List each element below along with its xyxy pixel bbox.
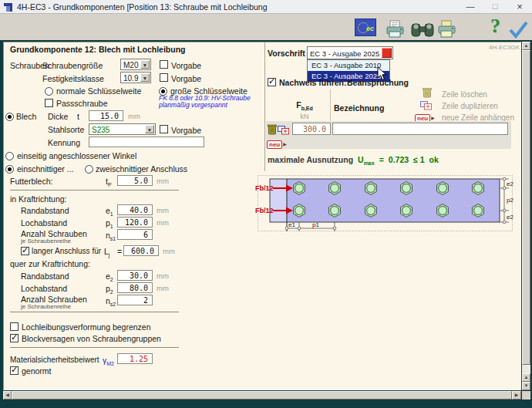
toolbar: ec ? bbox=[0, 14, 532, 40]
rand1-label: Randabstand bbox=[21, 206, 69, 215]
stahl-combobox[interactable]: S235 ▼ bbox=[89, 123, 156, 135]
dim-p1: p1 bbox=[312, 221, 319, 228]
passschraube-checkbox[interactable] bbox=[45, 99, 53, 107]
genormt-label: genormt bbox=[22, 366, 52, 376]
material-label: Materialsicherheitsbeiwert bbox=[10, 356, 99, 364]
horizontal-scroll-thumb[interactable] bbox=[12, 391, 512, 400]
stahl-vorgabe-label: Vorgabe bbox=[171, 126, 201, 135]
zweischnittig-radio[interactable] bbox=[85, 165, 93, 174]
lj-symbol: Lj bbox=[104, 247, 109, 256]
gamma-input[interactable]: 1.25 bbox=[117, 353, 153, 364]
e1-input[interactable]: 40.0 bbox=[117, 204, 153, 215]
nachweis-value: Beanspruchung bbox=[347, 78, 409, 87]
chevron-down-icon[interactable]: ▼ bbox=[140, 73, 150, 82]
scroll-up-button-2[interactable]: ▲ bbox=[522, 373, 530, 382]
eurocode-icon[interactable]: ec bbox=[355, 19, 376, 36]
duplicate-row-button[interactable] bbox=[278, 126, 290, 135]
ns1-input[interactable]: 6 bbox=[117, 229, 153, 240]
u-limit: ≤ 1 bbox=[413, 155, 425, 164]
vorschrift-label: Vorschrift bbox=[268, 49, 305, 58]
p2-input[interactable]: 80.0 bbox=[117, 282, 153, 293]
dicke-unit: mm bbox=[128, 112, 140, 120]
sw-normal-label: normale Schlüsselweite bbox=[56, 86, 141, 96]
delete-row-button[interactable] bbox=[268, 123, 277, 135]
window-title: 4H-EC3 - Grundkomponenten [Position 13: … bbox=[17, 2, 268, 12]
klasse-vorgabe-checkbox[interactable] bbox=[160, 73, 168, 82]
app-window: 4H-EC3 - Grundkomponenten [Position 13: … bbox=[0, 0, 532, 408]
sw-normal-radio[interactable] bbox=[45, 87, 53, 96]
force-label-bottom: Fb/12 bbox=[255, 207, 274, 214]
einschnittig-label: einschnittiger ... bbox=[17, 164, 74, 174]
scroll-up-button[interactable]: ▲ bbox=[522, 42, 530, 50]
dicke-input[interactable]: 15.0 bbox=[89, 110, 123, 121]
search-binoculars-icon[interactable] bbox=[411, 21, 434, 38]
title-bar: 4H-EC3 - Grundkomponenten [Position 13: … bbox=[0, 0, 532, 14]
scroll-left-button[interactable]: ◀ bbox=[3, 391, 12, 400]
groesse-value: M20 bbox=[123, 61, 138, 69]
bolt-diagram: Fb/12 Fb/12 e2 p2 e2 e1 p1 bbox=[254, 170, 517, 234]
vorschrift-combobox[interactable]: EC 3 - Ausgabe 2025 bbox=[307, 46, 393, 59]
u-ok: ok bbox=[429, 155, 439, 164]
scroll-right-button[interactable]: ▶ bbox=[512, 391, 521, 400]
kennung-input[interactable] bbox=[89, 137, 204, 147]
e2-input[interactable]: 30.0 bbox=[117, 270, 153, 281]
radio-dot bbox=[8, 115, 12, 119]
p1-input[interactable]: 120.0 bbox=[117, 217, 153, 228]
nachweis-checkbox[interactable]: ✓ bbox=[268, 78, 276, 86]
confirm-check-icon[interactable] bbox=[507, 20, 529, 39]
ec-label: ec bbox=[366, 25, 374, 32]
u-symbol: Umax bbox=[358, 155, 375, 164]
blech-radio[interactable] bbox=[5, 113, 14, 121]
check-icon: ✓ bbox=[22, 245, 29, 255]
lochleibung-checkbox[interactable] bbox=[10, 322, 19, 331]
bezeichnung-input[interactable] bbox=[332, 123, 508, 135]
maximize-button[interactable]: □ bbox=[486, 1, 504, 12]
vertical-scroll-thumb[interactable] bbox=[522, 50, 530, 365]
hv-hint-line2: planmäßig vorgespannt bbox=[159, 101, 227, 109]
einschnittig-radio[interactable] bbox=[5, 165, 14, 174]
e2-unit: mm bbox=[157, 271, 169, 280]
chevron-down-icon[interactable]: ▼ bbox=[145, 125, 154, 133]
dim-e2-top: e2 bbox=[507, 180, 513, 187]
winkel-radio[interactable] bbox=[5, 152, 14, 160]
append-row-button[interactable]: neu▶ bbox=[267, 139, 287, 149]
p2-symbol: p2 bbox=[106, 284, 113, 293]
stahl-vorgabe-checkbox[interactable] bbox=[160, 125, 168, 133]
rand2-label: Randabstand bbox=[21, 271, 69, 281]
groesse-combobox[interactable]: M20 ▼ bbox=[120, 59, 151, 70]
blech-label: Blech bbox=[16, 112, 36, 121]
stahl-label: Stahlsorte bbox=[48, 125, 84, 134]
genormt-checkbox[interactable]: ✓ bbox=[10, 366, 19, 375]
ns2-symbol: ns2 bbox=[106, 296, 116, 305]
check-icon: ✓ bbox=[11, 332, 18, 342]
minimize-button[interactable]: — bbox=[461, 1, 480, 12]
help-icon[interactable]: ? bbox=[490, 15, 500, 38]
ns1-note: je Schraubenreihe bbox=[21, 238, 71, 244]
close-button[interactable]: × bbox=[510, 1, 529, 12]
force-value-input[interactable]: 300.0 bbox=[292, 123, 331, 135]
chevron-down-icon[interactable]: ▼ bbox=[140, 60, 150, 69]
print-icon[interactable] bbox=[437, 20, 457, 39]
e1-unit: mm bbox=[157, 206, 169, 214]
langer-anschluss-checkbox[interactable]: ✓ bbox=[21, 247, 29, 255]
scroll-down-button[interactable]: ▼ bbox=[522, 382, 530, 390]
arrow-right-icon: ▶ bbox=[283, 142, 287, 147]
passschraube-label: Passschraube bbox=[56, 99, 108, 108]
ns2-note: je Schraubenreihe bbox=[21, 303, 71, 310]
groesse-vorgabe-checkbox[interactable] bbox=[160, 60, 168, 69]
divider bbox=[10, 312, 179, 312]
klasse-combobox[interactable]: 10.9 ▼ bbox=[120, 72, 151, 83]
combo-open-indicator[interactable] bbox=[382, 48, 392, 58]
lj-input[interactable]: 600.0 bbox=[123, 245, 159, 256]
print-preview-icon[interactable] bbox=[386, 20, 406, 39]
lj-unit: mm bbox=[163, 247, 175, 255]
tp-input[interactable]: 5.0 bbox=[117, 175, 153, 186]
divider bbox=[10, 190, 179, 191]
blockversagen-checkbox[interactable]: ✓ bbox=[10, 334, 19, 342]
ns2-input[interactable]: 2 bbox=[117, 295, 153, 305]
ns1-symbol: ns1 bbox=[106, 231, 116, 240]
klasse-value: 10.9 bbox=[123, 74, 138, 83]
gamma-symbol: γM2 bbox=[103, 356, 114, 365]
e1-symbol: e1 bbox=[106, 206, 113, 215]
p2-unit: mm bbox=[157, 284, 169, 292]
